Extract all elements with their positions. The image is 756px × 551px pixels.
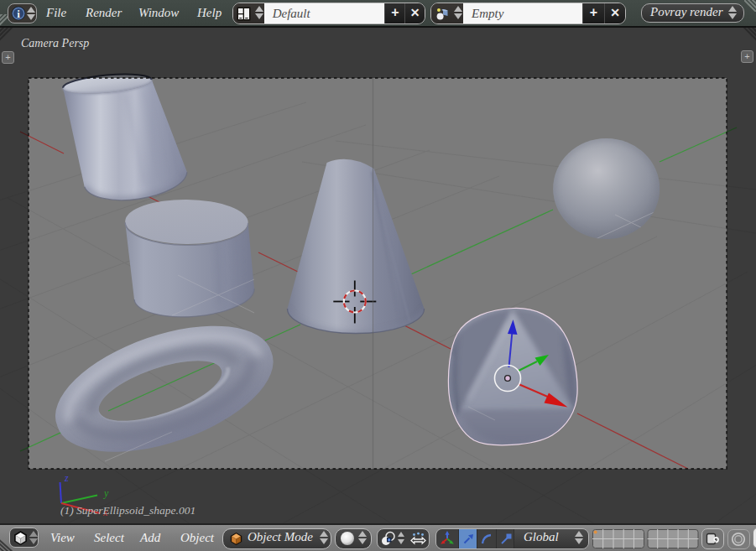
svg-text:z: z [64, 472, 69, 484]
svg-text:i: i [17, 8, 20, 20]
svg-text:y: y [103, 487, 109, 499]
